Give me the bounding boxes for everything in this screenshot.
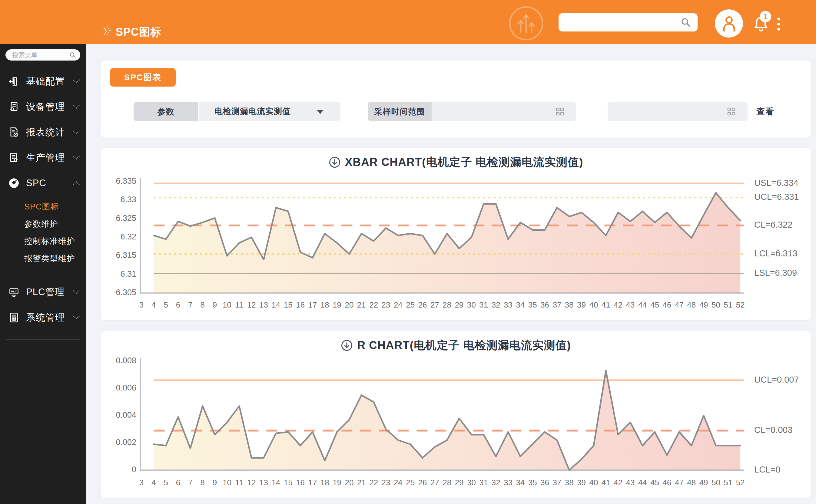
sidebar-item-production-mgmt[interactable]: 生产管理	[0, 145, 86, 170]
svg-text:43: 43	[626, 478, 635, 487]
param-select[interactable]: 电检测漏电流实测值	[199, 102, 340, 121]
svg-text:44: 44	[638, 478, 647, 487]
sidebar-item-plc-mgmt[interactable]: PLC PLC管理	[0, 279, 86, 305]
svg-text:21: 21	[357, 478, 366, 487]
view-button[interactable]: 查看	[756, 102, 775, 121]
svg-text:18: 18	[320, 478, 329, 487]
sidebar-search-box	[5, 49, 80, 61]
production-doc-icon	[8, 152, 19, 163]
system-doc-icon	[8, 312, 19, 323]
svg-text:42: 42	[614, 478, 623, 487]
svg-text:0: 0	[132, 465, 136, 474]
svg-text:46: 46	[663, 478, 672, 487]
app-logo-icon	[102, 25, 114, 37]
svg-text:26: 26	[418, 300, 427, 309]
plc-icon: PLC	[8, 287, 19, 298]
svg-text:6: 6	[176, 300, 180, 309]
app-title: SPC图标	[116, 25, 161, 40]
svg-text:45: 45	[650, 478, 659, 487]
sidebar-menu: 基础配置 设备管理	[0, 69, 86, 340]
calendar-grid-icon	[556, 107, 565, 116]
svg-text:UCL=6.331: UCL=6.331	[754, 192, 799, 202]
svg-text:CL=6.322: CL=6.322	[754, 220, 793, 229]
svg-text:30: 30	[467, 300, 476, 309]
svg-text:50: 50	[712, 478, 720, 487]
svg-text:5: 5	[163, 300, 168, 309]
svg-text:51: 51	[724, 300, 732, 309]
svg-text:28: 28	[443, 478, 451, 487]
chevron-up-icon	[72, 181, 80, 187]
svg-text:22: 22	[369, 300, 378, 309]
svg-text:51: 51	[724, 478, 732, 487]
svg-text:17: 17	[308, 300, 317, 309]
search-icon[interactable]	[681, 17, 691, 28]
header-search-input[interactable]	[565, 16, 682, 30]
sidebar-item-label: 生产管理	[26, 151, 65, 164]
svg-text:26: 26	[418, 478, 427, 487]
range-start-input[interactable]	[432, 102, 576, 121]
sidebar-item-spc[interactable]: SPC	[0, 170, 86, 196]
spc-submenu: SPC图标 参数维护 控制标准维护 报警类型维护	[0, 196, 86, 272]
svg-text:37: 37	[553, 478, 561, 487]
top-header: SPC图标	[0, 0, 816, 44]
svg-text:34: 34	[516, 300, 525, 309]
growth-chart-watermark-icon	[508, 5, 544, 41]
submenu-item-control-standard-maintain[interactable]: 控制标准维护	[0, 233, 86, 250]
svg-text:19: 19	[332, 300, 341, 309]
time-range-label: 采样时间范围	[368, 102, 432, 121]
svg-text:47: 47	[675, 478, 684, 487]
svg-text:16: 16	[296, 478, 305, 487]
spc-chart-tab-button[interactable]: SPC图表	[110, 68, 176, 87]
sidebar-item-base-config[interactable]: 基础配置	[0, 69, 86, 94]
sidebar-search-input[interactable]	[12, 51, 67, 60]
xbar-chart-plot[interactable]: USL=6.334UCL=6.331CL=6.322LCL=6.313LSL=6…	[101, 148, 811, 320]
svg-text:48: 48	[687, 300, 696, 309]
device-doc-icon	[8, 101, 19, 112]
svg-text:CL=0.003: CL=0.003	[754, 425, 793, 435]
svg-text:47: 47	[675, 300, 684, 309]
sidebar-item-system-mgmt[interactable]: 系统管理	[0, 305, 86, 330]
svg-text:8: 8	[200, 300, 205, 309]
more-menu-button[interactable]	[775, 15, 781, 33]
svg-text:33: 33	[504, 478, 513, 487]
svg-text:23: 23	[381, 300, 390, 309]
svg-text:6.31: 6.31	[120, 269, 136, 278]
svg-text:0.008: 0.008	[116, 356, 136, 365]
svg-text:44: 44	[638, 300, 647, 309]
svg-text:PLC: PLC	[11, 290, 17, 293]
xbar-chart-card: XBAR CHART(电机定子 电检测漏电流实测值) USL=6.334UCL=…	[101, 148, 811, 320]
svg-text:20: 20	[345, 478, 353, 487]
chevron-down-icon	[72, 104, 80, 110]
sidebar-item-device-mgmt[interactable]: 设备管理	[0, 94, 86, 120]
svg-text:10: 10	[223, 300, 231, 309]
r-chart-plot[interactable]: UCL=0.007CL=0.003LCL=000.0020.0040.0060.…	[101, 331, 811, 498]
user-avatar[interactable]	[715, 9, 743, 38]
svg-text:34: 34	[516, 478, 525, 487]
chevron-down-icon	[72, 290, 80, 296]
submenu-item-spc-chart[interactable]: SPC图标	[0, 198, 86, 216]
filter-panel: SPC图表 参数 电检测漏电流实测值 采样时间范围	[101, 61, 811, 138]
svg-text:6.315: 6.315	[116, 251, 136, 260]
svg-text:48: 48	[687, 478, 696, 487]
svg-text:23: 23	[381, 478, 390, 487]
filter-row: 参数 电检测漏电流实测值 采样时间范围	[101, 102, 811, 121]
svg-text:31: 31	[479, 300, 488, 309]
calendar-grid-icon	[727, 107, 736, 116]
svg-text:6.33: 6.33	[120, 195, 136, 204]
notification-bell[interactable]: 1	[752, 15, 777, 36]
sidebar-item-label: 报表统计	[26, 126, 65, 139]
sidebar-item-report-stats[interactable]: 报表统计	[0, 120, 86, 145]
notification-badge: 1	[760, 11, 771, 22]
submenu-item-param-maintain[interactable]: 参数维护	[0, 216, 86, 233]
svg-text:6.335: 6.335	[116, 176, 136, 186]
svg-text:15: 15	[284, 300, 292, 309]
svg-text:0.002: 0.002	[116, 438, 136, 447]
svg-text:42: 42	[614, 300, 623, 309]
range-end-input[interactable]	[608, 102, 748, 121]
svg-text:28: 28	[443, 300, 451, 309]
svg-text:0.004: 0.004	[116, 410, 136, 420]
param-label: 参数	[134, 102, 198, 121]
r-chart-card: R CHART(电机定子 电检测漏电流实测值) UCL=0.007CL=0.00…	[101, 331, 811, 498]
svg-text:3: 3	[139, 300, 144, 309]
submenu-item-alarm-type-maintain[interactable]: 报警类型维护	[0, 250, 86, 267]
